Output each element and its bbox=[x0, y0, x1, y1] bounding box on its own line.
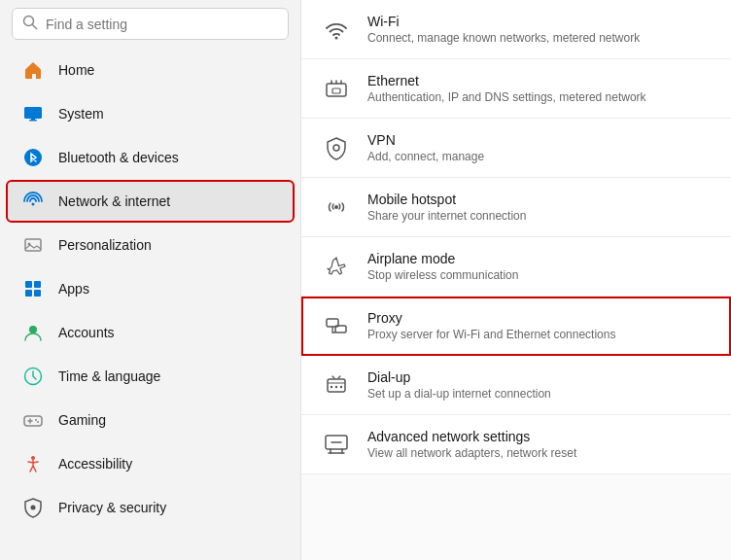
setting-text-ethernet: Ethernet Authentication, IP and DNS sett… bbox=[367, 73, 646, 104]
svg-point-18 bbox=[35, 419, 37, 421]
svg-point-28 bbox=[333, 145, 339, 151]
sidebar-item-label: Accessibility bbox=[58, 456, 132, 472]
svg-rect-9 bbox=[25, 281, 32, 288]
setting-text-vpn: VPN Add, connect, manage bbox=[367, 132, 484, 163]
vpn-icon bbox=[321, 132, 352, 163]
sidebar-item-system[interactable]: System bbox=[6, 92, 295, 135]
search-icon bbox=[22, 15, 38, 33]
svg-point-29 bbox=[334, 205, 338, 209]
setting-text-wifi: Wi-Fi Connect, manage known networks, me… bbox=[367, 14, 640, 45]
main-content: Wi-Fi Connect, manage known networks, me… bbox=[301, 0, 731, 560]
sidebar-item-gaming[interactable]: Gaming bbox=[6, 399, 295, 441]
bluetooth-icon bbox=[21, 146, 45, 169]
setting-text-proxy: Proxy Proxy server for Wi-Fi and Etherne… bbox=[367, 310, 615, 341]
svg-rect-7 bbox=[25, 239, 41, 251]
setting-item-advanced-network[interactable]: Advanced network settings View all netwo… bbox=[301, 415, 731, 474]
svg-point-22 bbox=[335, 37, 338, 40]
setting-item-airplane-mode[interactable]: Airplane mode Stop wireless communicatio… bbox=[301, 237, 731, 297]
svg-point-6 bbox=[32, 203, 35, 206]
hotspot-icon bbox=[321, 192, 352, 223]
sidebar-item-network[interactable]: Network & internet bbox=[6, 180, 295, 223]
advanced-network-icon bbox=[321, 429, 352, 460]
svg-point-5 bbox=[24, 149, 42, 166]
svg-rect-34 bbox=[328, 379, 345, 392]
home-icon bbox=[21, 58, 45, 82]
svg-rect-11 bbox=[25, 290, 32, 297]
ethernet-icon bbox=[321, 73, 352, 104]
sidebar-item-personalization[interactable]: Personalization bbox=[6, 224, 295, 266]
apps-icon bbox=[21, 277, 45, 300]
sidebar-item-apps[interactable]: Apps bbox=[6, 267, 295, 310]
accounts-icon bbox=[21, 321, 45, 344]
sidebar-item-label: Bluetooth & devices bbox=[58, 150, 179, 165]
svg-rect-4 bbox=[31, 119, 35, 121]
sidebar-item-accessibility[interactable]: Accessibility bbox=[6, 442, 295, 485]
personalization-icon bbox=[21, 233, 45, 257]
sidebar: Home System Bluetooth & devices bbox=[0, 0, 301, 560]
svg-rect-27 bbox=[332, 88, 340, 93]
svg-rect-15 bbox=[24, 416, 42, 426]
sidebar-item-label: Privacy & security bbox=[58, 500, 166, 515]
search-input[interactable] bbox=[46, 17, 278, 32]
svg-point-13 bbox=[29, 326, 37, 333]
nav-items: Home System Bluetooth & devices bbox=[0, 48, 300, 560]
sidebar-item-label: System bbox=[58, 106, 104, 122]
sidebar-item-home[interactable]: Home bbox=[6, 49, 295, 91]
svg-line-39 bbox=[332, 376, 334, 378]
accessibility-icon bbox=[21, 452, 45, 475]
setting-item-proxy[interactable]: Proxy Proxy server for Wi-Fi and Etherne… bbox=[301, 297, 731, 356]
svg-point-19 bbox=[37, 421, 39, 423]
search-box[interactable] bbox=[12, 8, 289, 40]
svg-rect-12 bbox=[34, 290, 41, 297]
privacy-icon bbox=[21, 496, 45, 519]
setting-item-dial-up[interactable]: Dial-up Set up a dial-up internet connec… bbox=[301, 356, 731, 415]
setting-text-advanced-network: Advanced network settings View all netwo… bbox=[367, 429, 576, 460]
svg-rect-10 bbox=[34, 281, 41, 288]
svg-point-38 bbox=[340, 386, 342, 388]
airplane-icon bbox=[321, 251, 352, 282]
svg-line-40 bbox=[338, 376, 340, 378]
sidebar-item-label: Apps bbox=[58, 281, 89, 297]
sidebar-item-privacy[interactable]: Privacy & security bbox=[6, 486, 295, 529]
time-icon bbox=[21, 365, 45, 388]
sidebar-item-accounts[interactable]: Accounts bbox=[6, 311, 295, 354]
setting-item-vpn[interactable]: VPN Add, connect, manage bbox=[301, 119, 731, 178]
sidebar-item-label: Gaming bbox=[58, 412, 106, 428]
svg-rect-2 bbox=[24, 107, 42, 119]
wifi-icon bbox=[321, 14, 352, 45]
sidebar-item-label: Personalization bbox=[58, 237, 152, 253]
svg-point-37 bbox=[335, 386, 337, 388]
svg-point-21 bbox=[31, 506, 36, 510]
svg-rect-23 bbox=[327, 84, 346, 96]
sidebar-item-time[interactable]: Time & language bbox=[6, 355, 295, 398]
proxy-icon bbox=[321, 310, 352, 341]
setting-item-mobile-hotspot[interactable]: Mobile hotspot Share your internet conne… bbox=[301, 178, 731, 237]
setting-text-mobile-hotspot: Mobile hotspot Share your internet conne… bbox=[367, 192, 526, 223]
system-icon bbox=[21, 102, 45, 125]
sidebar-item-label: Home bbox=[58, 62, 94, 78]
sidebar-item-label: Accounts bbox=[58, 325, 115, 340]
sidebar-item-bluetooth[interactable]: Bluetooth & devices bbox=[6, 136, 295, 179]
sidebar-item-label: Time & language bbox=[58, 368, 160, 384]
svg-point-36 bbox=[331, 386, 332, 388]
dialup-icon bbox=[321, 369, 352, 401]
sidebar-item-label: Network & internet bbox=[58, 193, 170, 209]
network-icon bbox=[21, 190, 45, 213]
setting-text-airplane-mode: Airplane mode Stop wireless communicatio… bbox=[367, 251, 518, 282]
setting-item-ethernet[interactable]: Ethernet Authentication, IP and DNS sett… bbox=[301, 59, 731, 119]
setting-item-wifi[interactable]: Wi-Fi Connect, manage known networks, me… bbox=[301, 0, 731, 59]
gaming-icon bbox=[21, 408, 45, 432]
svg-line-1 bbox=[33, 25, 37, 29]
setting-text-dial-up: Dial-up Set up a dial-up internet connec… bbox=[367, 369, 551, 401]
svg-point-8 bbox=[28, 243, 31, 246]
